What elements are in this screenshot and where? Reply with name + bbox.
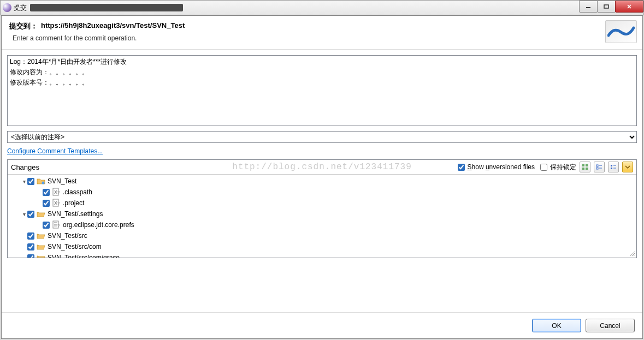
file-prefs-icon: ? [52, 220, 61, 229]
file-q-icon: X? [52, 199, 61, 207]
file-q-icon: X? [52, 188, 61, 196]
folder-open-icon [37, 231, 45, 240]
app-icon [3, 3, 11, 12]
configure-templates-link[interactable]: Configure Comment Templates... [7, 147, 103, 155]
show-unversioned-label: Show unversioned files [468, 163, 535, 171]
folder-open-icon [37, 242, 45, 251]
minimize-button[interactable] [579, 1, 598, 13]
changes-tree[interactable]: ▾SVN_TestX?.classpathX?.project▾SVN_Test… [8, 175, 636, 258]
item-label: SVN_Test/.settings [48, 210, 103, 218]
expander-icon[interactable]: ▾ [21, 178, 27, 184]
window-title: 提交 [14, 3, 27, 13]
resize-grip-icon [629, 250, 635, 257]
ok-button[interactable]: OK [532, 319, 581, 332]
svg-text:?: ? [57, 201, 60, 206]
tree-row[interactable]: SVN_Test/src/com/grace [8, 252, 636, 258]
tree-row[interactable]: SVN_Test/src [8, 230, 636, 241]
tree-row[interactable]: X?.classpath [8, 187, 636, 198]
item-checkbox[interactable] [43, 222, 50, 229]
commit-hint: Enter a comment for the commit operation… [9, 34, 635, 42]
item-label: .project [63, 199, 84, 207]
item-label: SVN_Test/src/com [48, 243, 102, 250]
folder-share-icon [37, 177, 45, 186]
svg-text:?: ? [57, 190, 60, 195]
item-checkbox[interactable] [27, 211, 34, 218]
wizard-logo [605, 20, 637, 43]
folder-open-icon [37, 253, 45, 258]
commit-message-input[interactable] [7, 55, 637, 126]
cancel-button[interactable]: Cancel [586, 319, 635, 332]
keep-lock-option[interactable]: 保持锁定 [538, 162, 576, 172]
svg-rect-10 [611, 165, 612, 166]
expander-icon[interactable]: ▾ [21, 211, 27, 217]
changes-panel: Changes http://blog.csdn.net/v123411739 … [7, 159, 637, 258]
svg-rect-5 [586, 168, 588, 170]
item-label: org.eclipse.jdt.core.prefs [63, 221, 134, 229]
deselect-all-button[interactable] [608, 162, 619, 172]
svg-rect-4 [582, 168, 584, 170]
collapse-all-button[interactable] [622, 162, 633, 172]
item-checkbox[interactable] [43, 200, 50, 207]
item-checkbox[interactable] [27, 254, 34, 258]
commit-to-label: 提交到： [9, 21, 38, 31]
titlebar-blur [30, 4, 183, 11]
item-label: SVN_Test/src/com/grace [48, 254, 120, 258]
watermark-text: http://blog.csdn.net/v123411739 [232, 162, 412, 172]
item-checkbox[interactable] [27, 243, 34, 250]
changes-title: Changes [11, 163, 39, 171]
svg-rect-3 [586, 164, 588, 166]
svg-point-14 [42, 182, 45, 184]
keep-lock-checkbox[interactable] [540, 164, 547, 171]
tree-row[interactable]: X?.project [8, 198, 636, 208]
show-unversioned-option[interactable]: Show unversioned files [456, 162, 535, 172]
svg-rect-11 [611, 168, 612, 169]
dialog-header: 提交到： https://5h9j8h2uxeagit3/svn/Test/SV… [2, 16, 642, 50]
item-label: .classpath [63, 188, 92, 196]
dialog-footer: OK Cancel [2, 312, 642, 338]
tree-row[interactable]: SVN_Test/src/com [8, 241, 636, 252]
folder-open-icon [37, 210, 45, 218]
commit-dialog: 提交到： https://5h9j8h2uxeagit3/svn/Test/SV… [1, 15, 643, 339]
svg-rect-1 [604, 5, 608, 8]
svg-rect-7 [596, 168, 598, 169]
svg-rect-6 [596, 165, 598, 166]
svg-text:?: ? [57, 223, 60, 228]
item-checkbox[interactable] [43, 189, 50, 196]
maximize-button[interactable] [597, 1, 616, 13]
tree-row[interactable]: ▾SVN_Test/.settings [8, 208, 636, 219]
item-label: SVN_Test/src [48, 232, 87, 240]
item-label: SVN_Test [48, 177, 76, 185]
keep-lock-label: 保持锁定 [550, 163, 576, 172]
previous-comments-select[interactable]: <选择以前的注释> [7, 131, 637, 143]
select-all-button[interactable] [594, 162, 605, 172]
close-button[interactable] [615, 1, 643, 13]
tree-view-button[interactable] [580, 162, 590, 172]
tree-row[interactable]: ?org.eclipse.jdt.core.prefs [8, 219, 636, 230]
svg-rect-2 [582, 164, 584, 166]
item-checkbox[interactable] [27, 232, 34, 240]
window-titlebar: 提交 [0, 0, 644, 15]
commit-url: https://5h9j8h2uxeagit3/svn/Test/SVN_Tes… [41, 21, 185, 31]
show-unversioned-checkbox[interactable] [458, 164, 465, 171]
item-checkbox[interactable] [27, 178, 34, 185]
tree-row[interactable]: ▾SVN_Test [8, 176, 636, 187]
